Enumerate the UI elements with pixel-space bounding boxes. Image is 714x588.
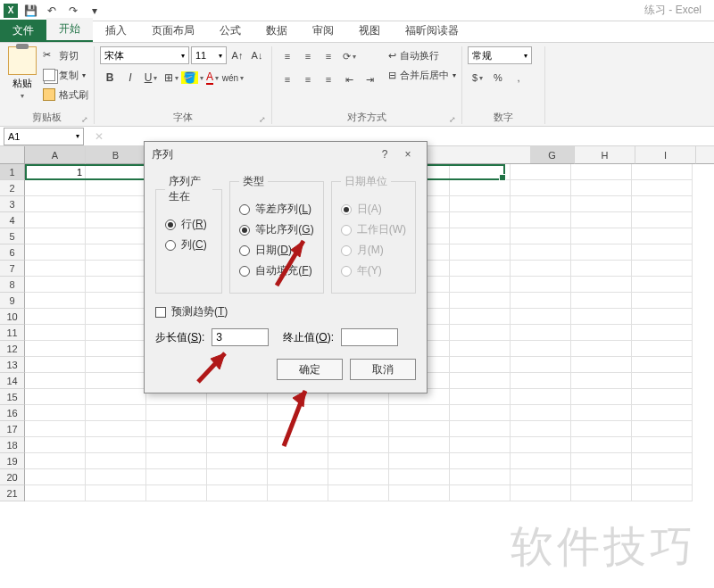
cell[interactable]	[86, 309, 146, 325]
cell[interactable]	[25, 485, 86, 501]
cell[interactable]	[511, 421, 571, 437]
cell[interactable]	[571, 261, 632, 277]
cell[interactable]	[450, 261, 511, 277]
cell[interactable]	[86, 212, 146, 228]
font-color-button[interactable]: A	[203, 68, 222, 87]
cell[interactable]	[450, 180, 511, 196]
radio-linear[interactable]: 等差序列(L)	[239, 202, 313, 217]
cell[interactable]	[511, 357, 571, 373]
cell[interactable]	[511, 389, 571, 405]
paste-dropdown-icon[interactable]: ▾	[21, 92, 24, 100]
cell[interactable]	[25, 373, 86, 389]
cell[interactable]	[389, 485, 450, 501]
cell[interactable]	[268, 453, 328, 469]
increase-font-button[interactable]: A↑	[228, 46, 246, 64]
cell[interactable]	[571, 469, 632, 485]
cell[interactable]	[450, 373, 511, 389]
cell[interactable]	[571, 373, 632, 389]
cell[interactable]	[25, 261, 86, 277]
ok-button[interactable]: 确定	[277, 359, 343, 380]
cell[interactable]	[25, 357, 86, 373]
cell[interactable]	[328, 453, 389, 469]
cell[interactable]	[328, 437, 389, 453]
cell[interactable]	[632, 212, 693, 228]
alignment-launcher[interactable]: ⤢	[449, 115, 456, 124]
accounting-format-button[interactable]: $	[468, 68, 487, 87]
bold-button[interactable]: B	[100, 68, 120, 87]
cell[interactable]	[511, 261, 571, 277]
cell[interactable]	[571, 325, 632, 341]
cell[interactable]	[571, 277, 632, 293]
cell[interactable]	[632, 277, 693, 293]
row-header[interactable]: 10	[0, 309, 25, 325]
cell[interactable]	[571, 437, 632, 453]
row-header[interactable]: 3	[0, 196, 25, 212]
cell[interactable]	[632, 357, 693, 373]
orientation-button[interactable]: ⟳	[339, 46, 359, 66]
name-box[interactable]: A1▾	[4, 128, 84, 145]
cell[interactable]	[268, 421, 328, 437]
cell[interactable]	[389, 453, 450, 469]
save-button[interactable]: 💾	[21, 2, 39, 20]
cell[interactable]	[86, 244, 146, 261]
row-header[interactable]: 7	[0, 261, 25, 277]
cell[interactable]	[25, 277, 86, 293]
cell[interactable]	[146, 469, 207, 485]
col-header-a[interactable]: A	[25, 146, 86, 164]
align-right-button[interactable]: ≡	[319, 70, 338, 89]
cell[interactable]: 1	[25, 164, 86, 180]
qat-customize[interactable]: ▾	[86, 2, 104, 20]
cell[interactable]	[571, 389, 632, 405]
comma-button[interactable]: ,	[509, 68, 528, 87]
cell[interactable]	[146, 437, 207, 453]
cell[interactable]	[389, 421, 450, 437]
cell[interactable]	[86, 261, 146, 277]
tab-page-layout[interactable]: 页面布局	[139, 20, 207, 42]
cell[interactable]	[86, 469, 146, 485]
col-header-b[interactable]: B	[86, 146, 146, 164]
cell[interactable]	[632, 293, 693, 309]
col-header-i[interactable]: I	[635, 146, 696, 164]
cell[interactable]	[450, 277, 511, 293]
format-painter-button[interactable]: 格式刷	[43, 86, 88, 104]
cell[interactable]	[450, 389, 511, 405]
cell[interactable]	[86, 389, 146, 405]
cell[interactable]	[511, 469, 571, 485]
cell[interactable]	[86, 164, 146, 180]
row-header[interactable]: 14	[0, 373, 25, 389]
col-header-j[interactable]: J	[696, 146, 714, 164]
font-name-select[interactable]: 宋体▾	[100, 46, 189, 64]
cell[interactable]	[25, 341, 86, 357]
copy-button[interactable]: 复制▾	[43, 66, 88, 84]
redo-button[interactable]: ↷	[64, 2, 82, 20]
row-header[interactable]: 17	[0, 421, 25, 437]
cell[interactable]	[632, 421, 693, 437]
cell[interactable]	[511, 373, 571, 389]
cell[interactable]	[450, 485, 511, 501]
cell[interactable]	[207, 453, 268, 469]
cell[interactable]	[389, 405, 450, 421]
cell[interactable]	[25, 469, 86, 485]
cell[interactable]	[632, 261, 693, 277]
tab-foxit[interactable]: 福昕阅读器	[393, 20, 471, 42]
align-center-button[interactable]: ≡	[298, 70, 318, 89]
cell[interactable]	[86, 341, 146, 357]
cell[interactable]	[571, 244, 632, 261]
align-top-button[interactable]: ≡	[278, 46, 297, 66]
cell[interactable]	[450, 341, 511, 357]
cancel-formula-icon[interactable]: ✕	[95, 130, 104, 143]
cell[interactable]	[632, 325, 693, 341]
cell[interactable]	[632, 196, 693, 212]
cell[interactable]	[511, 341, 571, 357]
trend-checkbox[interactable]: 预测趋势(T)	[155, 304, 416, 319]
cell[interactable]	[450, 196, 511, 212]
cell[interactable]	[25, 421, 86, 437]
cell[interactable]	[25, 309, 86, 325]
border-button[interactable]: ⊞	[162, 68, 181, 87]
cell[interactable]	[450, 453, 511, 469]
cell[interactable]	[207, 437, 268, 453]
cell[interactable]	[632, 453, 693, 469]
cell[interactable]	[25, 228, 86, 244]
tab-formulas[interactable]: 公式	[207, 20, 253, 42]
cell[interactable]	[571, 357, 632, 373]
